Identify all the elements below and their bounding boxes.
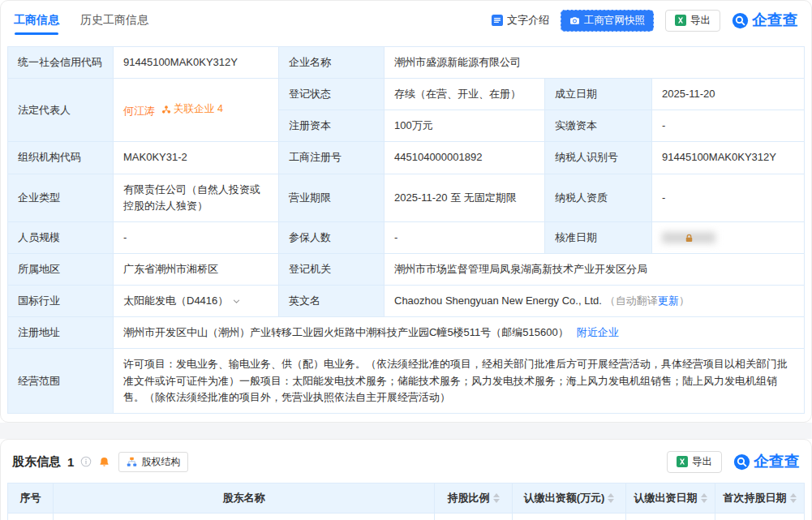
value-insured-count: - [385, 221, 545, 253]
chevron-down-icon [232, 297, 241, 306]
legal-rep-link[interactable]: 何江涛 [123, 105, 155, 117]
excel-icon [677, 456, 688, 467]
value-business-scope: 许可项目：发电业务、输电业务、供（配）电业务。（依法须经批准的项目，经相关部门批… [114, 349, 805, 413]
business-info-card: 工商信息 历史工商信息 文字介绍 工商官网快照 导出 企查查 [0, 0, 812, 423]
label-staff-size: 人员规模 [8, 221, 114, 253]
table-row: 法定代表人 何江涛关联企业4 登记状态 存续（在营、开业、在册） 成立日期 20… [8, 79, 805, 110]
qichacha-logo-icon [733, 453, 750, 471]
label-est-date: 成立日期 [545, 79, 652, 110]
address-text: 潮州市开发区中山（潮州）产业转移工业园火炬路中潮科技产业园C幢5楼511号（邮编… [123, 326, 569, 338]
shareholder-subscribed-date: 2030-11-10 [626, 513, 715, 520]
value-reg-authority: 潮州市市场监督管理局凤泉湖高新技术产业开发区分局 [385, 253, 805, 285]
industry-text: 太阳能发电（D4416） [123, 293, 228, 309]
value-business-term: 2025-11-20 至 无固定期限 [385, 174, 545, 221]
official-snapshot-button[interactable]: 工商官网快照 [561, 10, 654, 32]
industry-dropdown[interactable]: 太阳能发电（D4416） [123, 293, 241, 309]
value-taxpayer-id: 91445100MAK0KY312Y [652, 142, 805, 174]
column-header-subscribed-amount-label: 认缴出资额(万元) [524, 491, 605, 505]
equity-structure-button[interactable]: 股权结构 [118, 452, 188, 472]
label-english-name: 英文名 [279, 286, 385, 317]
value-approval-date [652, 221, 805, 253]
value-est-date: 2025-11-20 [652, 79, 805, 110]
qichacha-brand-label: 企查查 [754, 451, 800, 472]
label-org-code: 组织机构代码 [8, 142, 114, 174]
shareholders-count: 1 [67, 455, 74, 469]
sort-icon [608, 493, 614, 503]
value-industry: 太阳能发电（D4416） [114, 286, 279, 317]
shareholder-ratio: 100% [435, 513, 513, 520]
shareholders-export-button[interactable]: 导出 [667, 451, 722, 473]
text-intro-label: 文字介绍 [507, 13, 549, 28]
value-reg-number: 445104000001892 [385, 142, 545, 174]
value-org-code: MAK0KY31-2 [114, 142, 279, 174]
english-name-text: Chaozhou Shengyuan New Energy Co., Ltd. [394, 294, 602, 307]
table-row: 国标行业 太阳能发电（D4416） 英文名 Chaozhou Shengyuan… [8, 286, 805, 317]
value-staff-size: - [114, 221, 279, 253]
table-header-row: 序号 股东名称 持股比例 认缴出资额(万元) 认缴出资日期 首次持股日期 [8, 483, 805, 513]
nearby-companies-link[interactable]: 附近企业 [577, 326, 619, 338]
tab-history-business-info[interactable]: 历史工商信息 [80, 13, 148, 28]
shareholders-title: 股东信息 [12, 454, 61, 470]
table-row: 统一社会信用代码 91445100MAK0KY312Y 企业名称 潮州市盛源新能… [8, 47, 805, 79]
label-company-type: 企业类型 [8, 174, 114, 221]
column-header-subscribed-amount[interactable]: 认缴出资额(万元) [513, 483, 626, 513]
value-english-name: Chaozhou Shengyuan New Energy Co., Ltd.（… [385, 286, 805, 317]
lock-icon [684, 233, 694, 243]
column-header-subscribed-date-label: 认缴出资日期 [634, 491, 698, 505]
column-header-ratio[interactable]: 持股比例 [435, 483, 513, 513]
equity-structure-label: 股权结构 [141, 455, 180, 469]
column-header-name: 股东名称 [54, 483, 435, 513]
column-header-subscribed-date[interactable]: 认缴出资日期 [626, 483, 715, 513]
export-button[interactable]: 导出 [665, 10, 720, 32]
tab-business-info[interactable]: 工商信息 [14, 13, 59, 28]
label-region: 所属地区 [8, 253, 114, 285]
label-insured-count: 参保人数 [279, 221, 385, 253]
official-snapshot-label: 工商官网快照 [584, 14, 645, 28]
text-intro-icon [492, 15, 503, 26]
alert-bell-icon[interactable] [98, 456, 110, 468]
related-companies-count: 4 [217, 101, 223, 117]
page: 工商信息 历史工商信息 文字介绍 工商官网快照 导出 企查查 [0, 0, 812, 520]
tab-bar: 工商信息 历史工商信息 文字介绍 工商官网快照 导出 企查查 [7, 7, 805, 38]
sort-icon [701, 493, 707, 503]
label-business-term: 营业期限 [279, 174, 385, 221]
sort-icon [493, 493, 500, 503]
auto-translate-note: （自动翻译 [605, 294, 658, 307]
shareholders-export-label: 导出 [692, 455, 712, 469]
auto-translate-note-close: ） [679, 294, 690, 307]
label-credit-code: 统一社会信用代码 [8, 47, 114, 79]
table-row: 人员规模 - 参保人数 - 核准日期 [8, 221, 805, 253]
related-companies-label: 关联企业 [174, 101, 214, 117]
info-circle-icon[interactable] [80, 456, 92, 467]
equity-structure-icon [127, 457, 137, 467]
shareholders-card: 股东信息 1 股权结构 导出 企查查 [0, 439, 812, 520]
shareholders-header: 股东信息 1 股权结构 导出 企查查 [7, 440, 805, 483]
label-legal-rep: 法定代表人 [8, 79, 114, 142]
label-reg-authority: 登记机关 [279, 253, 385, 285]
value-company-name: 潮州市盛源新能源有限公司 [385, 47, 805, 79]
sort-icon [790, 493, 797, 503]
shareholders-toolbar: 导出 企查查 [667, 451, 800, 473]
value-legal-rep: 何江涛关联企业4 [114, 79, 279, 142]
related-companies-badge[interactable]: 关联企业4 [161, 101, 223, 117]
value-paid-capital: - [652, 110, 805, 142]
qichacha-brand-label: 企查查 [752, 10, 798, 31]
vip-locked-value[interactable] [662, 230, 715, 245]
section-divider [0, 423, 812, 439]
column-header-ratio-label: 持股比例 [448, 491, 490, 505]
value-credit-code: 91445100MAK0KY312Y [114, 47, 279, 79]
column-header-first-date[interactable]: 首次持股日期 [715, 483, 805, 513]
value-company-type: 有限责任公司（自然人投资或控股的法人独资） [114, 174, 279, 221]
translate-update-link[interactable]: 更新 [658, 294, 679, 307]
label-approval-date: 核准日期 [545, 221, 652, 253]
shareholder-no: 1 [8, 513, 54, 520]
value-reg-status: 存续（在营、开业、在册） [385, 79, 545, 110]
related-companies-icon [161, 105, 171, 114]
label-reg-status: 登记状态 [279, 79, 385, 110]
value-reg-capital: 100万元 [385, 110, 545, 142]
text-intro-button[interactable]: 文字介绍 [492, 13, 549, 28]
toolbar: 文字介绍 工商官网快照 导出 企查查 [492, 10, 798, 32]
label-industry: 国标行业 [8, 286, 114, 317]
shareholder-name-cell: + LONGi 西安隆基新能源有限公司 [54, 513, 435, 520]
label-taxpayer-quality: 纳税人资质 [545, 174, 652, 221]
